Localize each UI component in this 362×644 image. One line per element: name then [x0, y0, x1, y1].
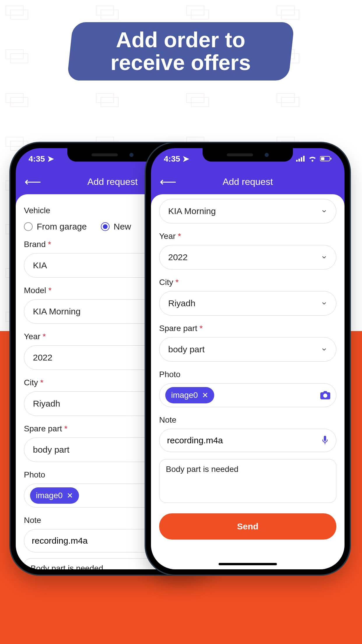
year-select[interactable]: 2022 — [159, 245, 336, 270]
photo-chip[interactable]: image0 ✕ — [30, 487, 79, 504]
year-value: 2022 — [33, 353, 52, 363]
note-text: Body part is needed — [166, 465, 238, 474]
close-icon[interactable]: ✕ — [67, 491, 73, 500]
year-value: 2022 — [168, 252, 188, 262]
app-topbar: ⟵ Add request — [151, 169, 345, 194]
note-audio-field[interactable]: recording.m4a — [159, 429, 336, 452]
chevron-down-icon — [321, 300, 327, 307]
radio-icon — [24, 222, 33, 231]
note-label: Note — [159, 415, 336, 425]
page-title: Add request — [151, 176, 345, 187]
chevron-down-icon — [321, 208, 327, 214]
spare-value: body part — [33, 445, 69, 455]
status-icons — [296, 156, 332, 162]
svg-rect-6 — [303, 156, 305, 162]
model-select[interactable]: KIA Morning — [159, 199, 336, 223]
svg-rect-10 — [324, 436, 326, 441]
photo-chip[interactable]: image0 ✕ — [165, 387, 214, 403]
svg-rect-5 — [301, 157, 302, 162]
note-text: Body part is needed — [31, 564, 103, 569]
chevron-down-icon — [321, 254, 327, 260]
photo-chip-label: image0 — [36, 491, 63, 500]
radio-label: New — [114, 222, 131, 232]
svg-rect-9 — [331, 158, 331, 160]
battery-icon — [320, 156, 332, 162]
city-value: Riyadh — [33, 399, 60, 409]
model-value: KIA Morning — [168, 206, 216, 216]
radio-label: From garage — [37, 222, 87, 232]
spare-label: Spare part — [159, 324, 336, 333]
radio-from-garage[interactable]: From garage — [24, 222, 87, 232]
svg-rect-3 — [296, 160, 298, 162]
city-label: City — [159, 278, 336, 287]
note-audio-value: recording.m4a — [32, 536, 88, 546]
promo-banner: Add order to receive offers — [67, 22, 294, 80]
svg-rect-4 — [298, 159, 300, 162]
photo-chip-label: image0 — [171, 391, 198, 400]
spare-select[interactable]: body part — [159, 337, 336, 362]
svg-rect-8 — [321, 157, 324, 160]
radio-icon — [101, 222, 110, 231]
radio-new[interactable]: New — [101, 222, 131, 232]
close-icon[interactable]: ✕ — [202, 391, 208, 400]
signal-icon — [296, 156, 305, 162]
send-button[interactable]: Send — [159, 513, 336, 540]
year-label: Year — [159, 232, 336, 241]
chevron-down-icon — [321, 346, 327, 353]
microphone-icon[interactable] — [321, 436, 328, 445]
form-content: KIA Morning Year 2022 City Riyadh Spare … — [151, 194, 345, 569]
camera-icon[interactable] — [320, 391, 330, 400]
banner-line1: Add order to — [110, 29, 251, 51]
send-label: Send — [237, 522, 258, 531]
phone-mockup-right: 4:35 ➤ ⟵ Add request KIA Morning Year — [146, 143, 350, 575]
spare-value: body part — [168, 344, 205, 354]
model-value: KIA Morning — [33, 307, 80, 316]
wifi-icon — [308, 156, 317, 162]
status-time: 4:35 — [164, 154, 180, 163]
location-icon: ➤ — [47, 154, 54, 163]
home-indicator — [219, 563, 277, 565]
brand-value: KIA — [33, 260, 47, 270]
photo-field[interactable]: image0 ✕ — [159, 383, 336, 407]
phone-notch — [67, 148, 158, 162]
location-icon: ➤ — [182, 154, 189, 163]
phone-notch — [203, 148, 293, 162]
city-value: Riyadh — [168, 298, 195, 308]
banner-line2: receive offers — [110, 51, 251, 74]
note-textarea[interactable]: Body part is needed — [159, 459, 336, 503]
status-time: 4:35 — [29, 154, 45, 163]
photo-label: Photo — [159, 370, 336, 379]
city-select[interactable]: Riyadh — [159, 291, 336, 316]
note-audio-value: recording.m4a — [167, 435, 223, 445]
